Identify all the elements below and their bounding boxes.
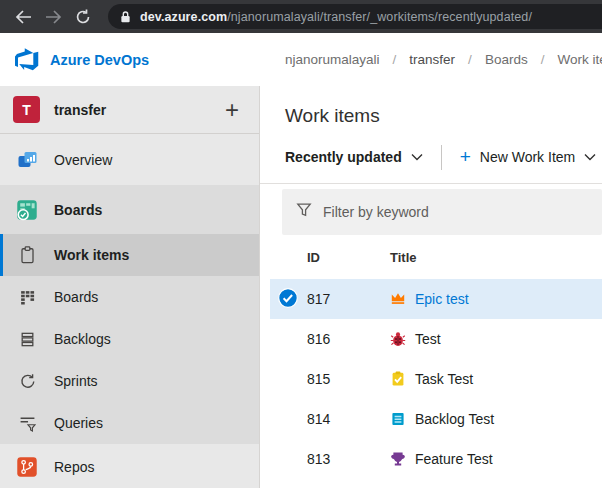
sidebar-item-boards-hub[interactable]: Boards [0,185,259,234]
work-items-icon [14,246,40,264]
work-item-id: 814 [307,411,390,427]
boards-section: Boards Work items Boards Backlogs [0,185,259,444]
url-text: dev.azure.com/njanorumalayali/transfer/_… [140,10,532,24]
back-icon[interactable] [8,4,38,30]
work-items-table: ID Title 817 Epic test [270,235,602,479]
chevron-down-icon [411,153,423,161]
url-domain: dev.azure.com [140,10,227,24]
breadcrumb-separator: / [541,52,545,67]
table-row[interactable]: 813 Feature Test [270,439,602,479]
app-header: Azure DevOps njanorumalayali / transfer … [0,33,602,86]
toolbar-divider [441,145,442,170]
sidebar-item-label: Sprints [54,373,98,389]
page-title: Work items [285,105,602,127]
table-row[interactable]: 814 Backlog Test [270,399,602,439]
boards-hub-icon [14,199,40,221]
breadcrumb-project[interactable]: transfer [409,52,455,67]
work-item-title-link[interactable]: Test [415,331,441,347]
overview-icon [14,150,40,170]
row-selection-cell[interactable] [270,288,307,311]
sidebar-item-label: Overview [54,152,112,168]
breadcrumb-page[interactable]: Work items [557,52,602,67]
app-title: Azure DevOps [50,52,149,68]
work-item-id: 817 [307,291,390,307]
feature-trophy-icon [390,451,406,467]
table-row[interactable]: 816 Test [270,319,602,359]
breadcrumb-hub[interactable]: Boards [485,52,528,67]
filter-bar[interactable] [282,189,602,235]
work-item-id: 815 [307,371,390,387]
main-content: Work items Recently updated + New Work I… [260,86,602,488]
url-path: /njanorumalayali/transfer/_workitems/rec… [227,10,532,24]
queries-icon [14,415,40,432]
address-bar[interactable]: dev.azure.com/njanorumalayali/transfer/_… [108,4,602,29]
breadcrumb: njanorumalayali / transfer / Boards / Wo… [285,52,602,67]
sidebar-item-boards[interactable]: Boards [0,276,259,318]
chevron-down-icon [584,153,596,161]
sidebar-item-overview[interactable]: Overview [0,134,259,185]
azure-devops-home-link[interactable]: Azure DevOps [0,48,285,72]
sidebar-item-label: Repos [54,459,94,475]
sprints-icon [14,373,40,390]
task-check-icon [390,371,406,387]
work-item-title-link[interactable]: Backlog Test [415,411,494,427]
azure-devops-logo-icon [15,48,39,72]
sidebar-item-label: Work items [54,247,129,263]
toolbar: Recently updated + New Work Item [285,144,602,170]
filter-funnel-icon [296,202,312,222]
view-options-dropdown[interactable]: Recently updated [285,149,423,165]
project-name: transfer [54,102,106,118]
selected-check-icon [278,288,298,311]
table-row[interactable]: 817 Epic test [270,279,602,319]
sidebar-item-label: Boards [54,289,98,305]
id-column-header[interactable]: ID [307,250,390,265]
new-work-item-label: New Work Item [480,149,575,165]
bug-icon [390,331,406,347]
project-avatar: T [13,96,40,123]
work-item-id: 813 [307,451,390,467]
sidebar-item-sprints[interactable]: Sprints [0,360,259,402]
sidebar-item-label: Queries [54,415,103,431]
sidebar-item-label: Backlogs [54,331,111,347]
breadcrumb-separator: / [393,52,397,67]
backlog-list-icon [390,411,406,427]
breadcrumb-org[interactable]: njanorumalayali [285,52,380,67]
forward-icon[interactable] [38,4,68,30]
title-column-header[interactable]: Title [390,250,417,265]
sidebar-item-queries[interactable]: Queries [0,402,259,444]
work-item-id: 816 [307,331,390,347]
table-row[interactable]: 815 Task Test [270,359,602,399]
view-options-label: Recently updated [285,149,402,165]
plus-icon: + [460,149,471,165]
breadcrumb-separator: / [468,52,472,67]
sidebar: T transfer + Overview Boards Work ite [0,86,260,488]
sidebar-item-repos[interactable]: Repos [0,444,259,488]
work-item-title-link[interactable]: Feature Test [415,451,493,467]
project-header[interactable]: T transfer + [0,86,259,133]
sidebar-item-label: Boards [54,202,102,218]
backlogs-icon [14,331,40,348]
work-item-title-link[interactable]: Epic test [415,291,469,307]
work-item-title-link[interactable]: Task Test [415,371,473,387]
filter-keyword-input[interactable] [323,204,563,220]
sidebar-item-work-items[interactable]: Work items [0,234,259,276]
board-grid-icon [14,289,40,306]
add-project-button[interactable]: + [225,100,239,120]
lock-icon [120,10,131,24]
toolbar-bottom-divider [260,183,602,184]
epic-crown-icon [390,291,406,307]
sidebar-item-backlogs[interactable]: Backlogs [0,318,259,360]
new-work-item-button[interactable]: + New Work Item [460,149,597,165]
repos-icon [14,456,40,478]
browser-toolbar: dev.azure.com/njanorumalayali/transfer/_… [0,0,602,33]
table-header: ID Title [270,235,602,279]
reload-icon[interactable] [68,4,98,30]
